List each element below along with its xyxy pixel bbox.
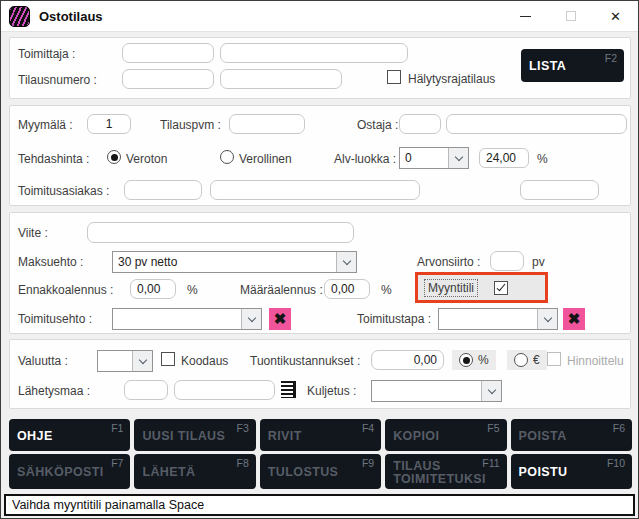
ennakkoalennus-label: Ennakkoalennus : — [18, 283, 113, 297]
tuontikustannukset-input[interactable] — [371, 350, 444, 370]
list-picker-icon[interactable] — [281, 381, 296, 398]
clear-x-icon: ✖ — [274, 310, 287, 328]
poistu-button[interactable]: POISTUF10 — [511, 454, 632, 489]
viite-label: Viite : — [18, 226, 48, 240]
maksuehto-select[interactable]: 30 pv netto — [112, 251, 357, 273]
tehdashinta-label: Tehdashinta : — [18, 152, 89, 166]
ostaja-code-input[interactable] — [399, 114, 441, 134]
percent-option-chip[interactable]: % — [452, 350, 496, 370]
uusi-tilaus-button[interactable]: UUSI TILAUSF3 — [134, 419, 255, 451]
chevron-down-icon — [336, 252, 356, 272]
myymala-label: Myymälä : — [18, 118, 73, 132]
halytysrajatilaus-checkbox[interactable] — [387, 70, 401, 84]
titlebar: Ostotilaus ✕ — [1, 1, 638, 32]
status-bar: Vaihda myyntitili painamalla Space — [4, 494, 635, 516]
koodaus-checkbox[interactable] — [161, 352, 175, 366]
viite-input[interactable] — [87, 222, 354, 243]
status-text: Vaihda myyntitili painamalla Space — [12, 498, 204, 512]
euro-option-chip[interactable]: € — [507, 350, 547, 370]
chevron-down-icon — [241, 309, 261, 329]
verollinen-radio[interactable] — [220, 150, 234, 164]
window-controls: ✕ — [503, 1, 638, 31]
veroton-label: Veroton — [126, 152, 167, 166]
tuontikustannukset-label: Tuontikustannukset : — [250, 354, 360, 368]
tulostus-button[interactable]: TULOSTUSF9 — [260, 454, 381, 489]
myyntitili-highlight-box: Myyntitili — [415, 272, 548, 303]
alv-unit-label: % — [537, 152, 548, 166]
toimitusehto-clear-button[interactable]: ✖ — [269, 308, 291, 330]
ennakkoalennus-unit-label: % — [187, 283, 198, 297]
ostaja-label: Ostaja : — [357, 118, 398, 132]
toimitusasiakas-name-input[interactable] — [210, 180, 420, 200]
toimitusasiakas-label: Toimitusasiakas : — [18, 184, 109, 198]
check-icon — [497, 282, 506, 291]
maaraalennus-label: Määräalennus : — [240, 283, 323, 297]
rivit-button[interactable]: RIVITF4 — [260, 419, 381, 451]
window-title: Ostotilaus — [39, 9, 103, 24]
euro-option-label: € — [533, 353, 540, 367]
tilauspvm-input[interactable] — [229, 114, 305, 134]
clear-x-icon: ✖ — [568, 310, 581, 328]
percent-radio[interactable] — [459, 353, 473, 367]
chevron-down-icon — [132, 351, 152, 371]
ostaja-name-input[interactable] — [446, 114, 627, 134]
maksuehto-label: Maksuehto : — [18, 255, 83, 269]
toimitustapa-clear-button[interactable]: ✖ — [563, 308, 585, 330]
toimitustapa-label: Toimitustapa : — [357, 312, 431, 326]
lahetysmaa-name-input[interactable] — [174, 380, 275, 400]
tilausnumero-extra-input[interactable] — [220, 69, 342, 89]
tilaus-toimitetuksi-button[interactable]: TILAUS TOIMITETUKSIF11 — [385, 454, 506, 489]
tilausnumero-input[interactable] — [122, 69, 214, 89]
toimittaja-code-input[interactable] — [122, 43, 214, 63]
myymala-input[interactable] — [87, 114, 131, 134]
koodaus-label: Koodaus — [181, 354, 228, 368]
toimitusehto-select[interactable] — [112, 308, 262, 330]
toimitustapa-select[interactable] — [438, 308, 558, 330]
minimize-icon — [520, 16, 531, 17]
hinnoittelu-label: Hinnoittelu — [567, 354, 624, 368]
ostotilaus-window: Ostotilaus ✕ Toimittaja : Tilausnumero :… — [0, 0, 639, 519]
valuutta-label: Valuutta : — [18, 354, 68, 368]
ohje-button[interactable]: OHJEF1 — [9, 419, 130, 451]
maximize-button — [548, 1, 593, 31]
hinnoittelu-checkbox — [547, 352, 561, 366]
arvonsiirto-input[interactable] — [490, 251, 524, 271]
alv-rate-input[interactable] — [479, 148, 529, 168]
toimitusasiakas-code-input[interactable] — [124, 180, 202, 200]
ennakkoalennus-input[interactable] — [130, 279, 176, 299]
valuutta-select[interactable] — [97, 350, 153, 372]
arvonsiirto-unit-label: pv — [532, 255, 545, 269]
function-button-grid: OHJEF1 UUSI TILAUSF3 RIVITF4 KOPIOIF5 PO… — [9, 419, 632, 489]
toimitusasiakas-extra-input[interactable] — [520, 180, 599, 200]
euro-radio[interactable] — [514, 353, 528, 367]
poista-button[interactable]: POISTAF6 — [511, 419, 632, 451]
lista-button[interactable]: LISTA F2 — [521, 49, 624, 82]
maaraalennus-unit-label: % — [381, 283, 392, 297]
sahkoposti-button[interactable]: SÄHKÖPOSTIF7 — [9, 454, 130, 489]
verollinen-label: Verollinen — [239, 152, 292, 166]
toimittaja-label: Toimittaja : — [18, 47, 75, 61]
app-icon — [9, 6, 30, 27]
minimize-button[interactable] — [503, 1, 548, 31]
tilausnumero-label: Tilausnumero : — [18, 73, 97, 87]
halytysrajatilaus-label: Hälytysrajatilaus — [408, 72, 495, 86]
tilauspvm-label: Tilauspvm : — [160, 118, 221, 132]
close-button[interactable]: ✕ — [593, 1, 638, 31]
kopioi-button[interactable]: KOPIOIF5 — [385, 419, 506, 451]
kuljetus-select[interactable] — [371, 380, 502, 402]
chevron-down-icon — [448, 148, 468, 168]
laheta-button[interactable]: LÄHETÄF8 — [134, 454, 255, 489]
veroton-radio[interactable] — [107, 150, 121, 164]
maaraalennus-input[interactable] — [324, 279, 370, 299]
myyntitili-checkbox[interactable] — [494, 281, 508, 295]
myyntitili-label: Myyntitili — [424, 279, 478, 297]
alv-luokka-value: 0 — [400, 151, 448, 165]
lahetysmaa-code-input[interactable] — [124, 380, 168, 400]
lista-button-label: LISTA — [529, 60, 566, 73]
alv-luokka-select[interactable]: 0 — [399, 147, 469, 169]
lahetysmaa-label: Lähetysmaa : — [18, 384, 90, 398]
order-groupbox: Myymälä : Tilauspvm : Ostaja : Tehdashin… — [9, 105, 631, 206]
arvonsiirto-label: Arvonsiirto : — [417, 255, 480, 269]
chevron-down-icon — [537, 309, 557, 329]
toimittaja-name-input[interactable] — [220, 43, 408, 63]
